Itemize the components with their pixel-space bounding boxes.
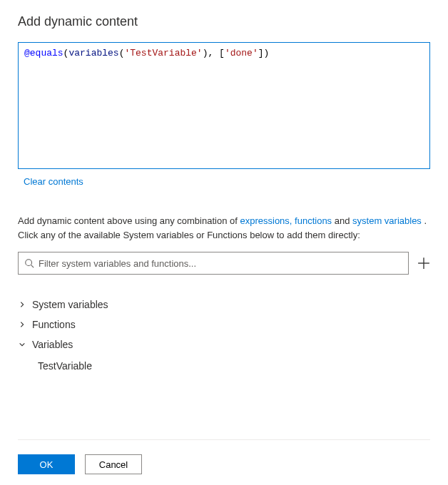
tree-item-variables[interactable]: Variables <box>18 335 430 354</box>
help-text: Add dynamic content above using any comb… <box>18 214 430 242</box>
expressions-functions-link[interactable]: expressions, functions <box>240 215 332 226</box>
clear-contents-link[interactable]: Clear contents <box>24 176 430 187</box>
search-icon <box>24 258 34 268</box>
expression-editor[interactable]: @equals(variables('TestVariable'), ['don… <box>18 42 430 169</box>
tree-item-functions[interactable]: Functions <box>18 315 430 335</box>
tree-label-functions: Functions <box>32 319 76 330</box>
tree-item-system-variables[interactable]: System variables <box>18 295 430 315</box>
tree-label-variables: Variables <box>32 339 73 350</box>
filter-box[interactable] <box>18 252 409 275</box>
help-text-mid: and <box>335 215 352 226</box>
tree-label-system-variables: System variables <box>32 299 108 310</box>
chevron-down-icon <box>18 340 26 349</box>
svg-point-0 <box>26 260 32 266</box>
filter-input[interactable] <box>39 258 402 269</box>
chevron-right-icon <box>18 320 26 329</box>
tree: System variables Functions Variables Tes… <box>18 295 430 376</box>
system-variables-link[interactable]: system variables <box>352 215 422 226</box>
help-text-before: Add dynamic content above using any comb… <box>18 215 240 226</box>
variable-item-testvariable[interactable]: TestVariable <box>18 354 430 376</box>
plus-icon[interactable] <box>417 257 430 270</box>
page-title: Add dynamic content <box>18 14 430 29</box>
svg-line-1 <box>31 265 34 268</box>
cancel-button[interactable]: Cancel <box>85 454 142 474</box>
footer: OK Cancel <box>18 439 430 474</box>
ok-button[interactable]: OK <box>18 454 75 474</box>
chevron-right-icon <box>18 300 26 309</box>
